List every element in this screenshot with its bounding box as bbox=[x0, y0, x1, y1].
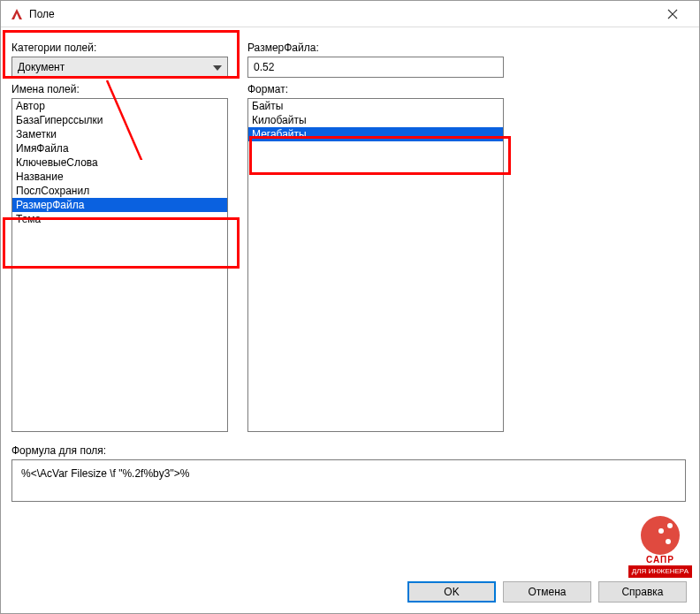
titlebar: Поле bbox=[1, 1, 699, 27]
formula-box: %<\AcVar Filesize \f "%.2f%by3">% bbox=[11, 459, 686, 502]
ok-button[interactable]: OK bbox=[407, 581, 496, 603]
dialog-buttons: OK Отмена Справка bbox=[407, 581, 687, 603]
filesize-label: РазмерФайла: bbox=[247, 42, 504, 54]
list-item[interactable]: Заметки bbox=[12, 127, 227, 141]
filesize-value-box: 0.52 bbox=[247, 57, 504, 78]
format-label: Формат: bbox=[247, 83, 504, 95]
left-column: Категории полей: Документ Имена полей: А… bbox=[11, 36, 228, 432]
ok-label: OK bbox=[444, 586, 459, 598]
list-item[interactable]: ПослСохранил bbox=[12, 184, 227, 198]
gear-icon bbox=[641, 516, 680, 555]
list-item[interactable]: Мегабайты bbox=[248, 127, 503, 141]
list-item[interactable]: БазаГиперссылки bbox=[12, 113, 227, 127]
category-label: Категории полей: bbox=[11, 42, 228, 54]
names-label: Имена полей: bbox=[11, 83, 228, 95]
category-dropdown[interactable]: Документ bbox=[11, 57, 228, 78]
cancel-label: Отмена bbox=[528, 586, 566, 598]
dialog-content: Категории полей: Документ Имена полей: А… bbox=[1, 27, 699, 557]
list-item[interactable]: РазмерФайла bbox=[12, 198, 227, 212]
window-title: Поле bbox=[29, 8, 655, 20]
list-item[interactable]: ИмяФайла bbox=[12, 141, 227, 155]
formula-label: Формула для поля: bbox=[11, 444, 689, 457]
right-column: РазмерФайла: 0.52 Формат: БайтыКилобайты… bbox=[247, 36, 504, 432]
list-item[interactable]: Название bbox=[12, 170, 227, 184]
list-item[interactable]: Тема bbox=[12, 212, 227, 226]
list-item[interactable]: Автор bbox=[12, 99, 227, 113]
watermark-brand: САПР bbox=[628, 555, 692, 565]
names-listbox[interactable]: АвторБазаГиперссылкиЗаметкиИмяФайлаКлюче… bbox=[11, 98, 228, 432]
filesize-value: 0.52 bbox=[254, 61, 274, 73]
autocad-icon bbox=[10, 7, 24, 21]
watermark-sub: ДЛЯ ИНЖЕНЕРА bbox=[628, 565, 692, 578]
cancel-button[interactable]: Отмена bbox=[503, 581, 591, 603]
chevron-down-icon bbox=[213, 61, 222, 73]
close-icon bbox=[667, 9, 678, 19]
watermark: САПР ДЛЯ ИНЖЕНЕРА bbox=[628, 516, 692, 578]
category-value: Документ bbox=[18, 61, 65, 73]
help-button[interactable]: Справка bbox=[598, 581, 687, 603]
list-item[interactable]: Килобайты bbox=[248, 113, 503, 127]
format-listbox[interactable]: БайтыКилобайтыМегабайты bbox=[247, 98, 504, 432]
formula-value: %<\AcVar Filesize \f "%.2f%by3">% bbox=[21, 467, 189, 480]
list-item[interactable]: КлючевыеСлова bbox=[12, 155, 227, 170]
list-item[interactable]: Байты bbox=[248, 99, 503, 113]
close-button[interactable] bbox=[655, 6, 690, 21]
help-label: Справка bbox=[621, 586, 663, 598]
